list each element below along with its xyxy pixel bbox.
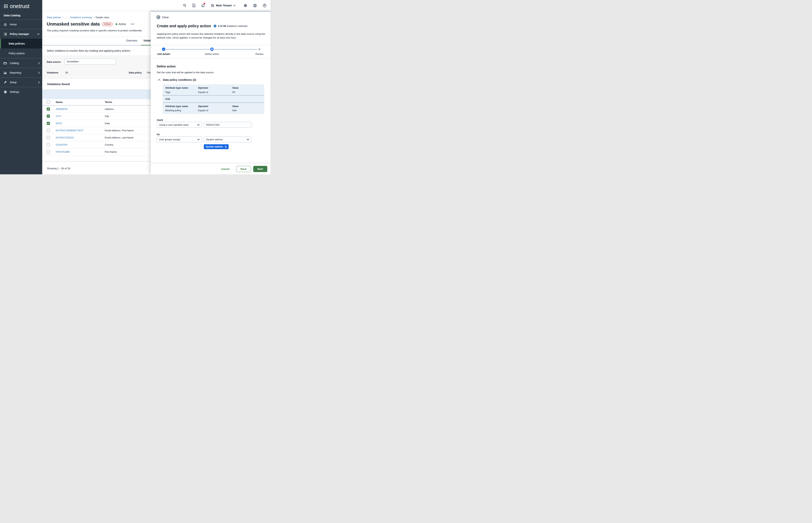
panel-description: Applying this policy action will resolve… — [157, 32, 269, 39]
selected-group-chip[interactable]: System admins — [204, 144, 229, 149]
help-icon[interactable] — [263, 4, 266, 7]
app-root: onetrust Data Catalog Home — [0, 0, 271, 174]
status-badge: Active — [116, 22, 126, 25]
cancel-button[interactable]: Cancel — [221, 167, 229, 170]
step-label-define-action: Define action — [204, 53, 220, 55]
row-checkbox[interactable] — [47, 114, 50, 118]
data-source-input[interactable]: Snowflake — [64, 59, 116, 65]
product-name: Data Catalog — [0, 14, 42, 17]
mask-method-value: Using a user inputted value — [159, 123, 189, 126]
top-bar: Main Tenant — [42, 0, 271, 11]
chevron-down-icon — [233, 5, 235, 6]
conditions-title: Data policy conditions (2) — [163, 78, 196, 82]
notifications-bell-icon[interactable] — [201, 4, 205, 7]
define-action-heading: Define action — [157, 65, 175, 68]
column-name-link[interactable]: EXTRACTEDBODYTEXT — [56, 129, 83, 132]
condition-col-value: Value — [232, 86, 239, 89]
column-terms-value: Date — [105, 122, 110, 125]
sidebar-item-settings[interactable]: Settings — [0, 87, 42, 96]
condition-attribute: Masking policy — [165, 109, 181, 112]
column-name-link[interactable]: FIRSTNAME — [56, 151, 70, 153]
column-header-terms[interactable]: Terms — [105, 101, 112, 104]
gear-icon — [3, 90, 7, 94]
breadcrumb-separator: › — [68, 16, 69, 19]
notification-badge — [204, 3, 205, 4]
for-group-dropdown[interactable]: System admins — [204, 137, 251, 142]
column-name-link[interactable]: ADDRESS — [56, 108, 68, 110]
condition-value: Null — [232, 109, 236, 112]
pagination-status: Showing 1 - 28 of 28 — [47, 167, 70, 170]
sidebar-item-policy-manager[interactable]: Policy manager — [0, 29, 42, 39]
select-all-checkbox[interactable] — [47, 100, 50, 104]
violations-found-title: Violations found — [47, 83, 70, 86]
close-drawer-icon — [156, 15, 160, 19]
more-menu-icon[interactable] — [130, 23, 135, 25]
gear-icon[interactable] — [243, 4, 247, 7]
chip-label: System admins — [206, 145, 223, 148]
sidebar-item-reporting[interactable]: Reporting — [0, 68, 42, 77]
row-checkbox[interactable] — [47, 136, 50, 139]
column-name-link[interactable]: CITY — [56, 115, 61, 118]
account-icon[interactable] — [253, 4, 257, 7]
tenant-name: Main Tenant — [216, 4, 232, 7]
panel-footer: Cancel Back Next — [151, 163, 271, 174]
onetrust-wordmark: onetrust — [10, 3, 29, 10]
breadcrumb-data-policies[interactable]: Data policies — [47, 16, 61, 19]
page-title: Unmasked sensitive data — [47, 21, 100, 27]
row-checkbox[interactable] — [47, 107, 50, 111]
wrench-icon — [3, 80, 7, 84]
column-header-name[interactable]: Name — [56, 101, 63, 104]
mask-method-dropdown[interactable]: Using a user inputted value — [157, 122, 202, 128]
breadcrumb-violations-summary[interactable]: Violations summary — [70, 16, 92, 19]
chevron-right-icon — [38, 62, 40, 65]
condition-col-attribute: Attribute type name — [165, 105, 188, 108]
sidebar-item-catalog[interactable]: Catalog — [0, 58, 42, 68]
home-icon — [3, 22, 7, 26]
data-policy-value: Per — [147, 71, 151, 74]
breadcrumb-separator: › — [62, 16, 63, 19]
step-upcoming-icon[interactable] — [259, 48, 260, 50]
sidebar-item-data-policies[interactable]: Data policies — [0, 39, 42, 49]
onetrust-logo-mark-icon — [4, 4, 8, 8]
selection-summary: 3 of 28 violations selected — [218, 24, 247, 28]
tenant-switcher[interactable]: Main Tenant — [210, 4, 235, 7]
close-label: Close — [162, 16, 169, 19]
row-checkbox[interactable] — [47, 129, 50, 132]
condition-connector: And — [165, 97, 170, 100]
back-button[interactable]: Back — [236, 166, 251, 172]
mask-value-input[interactable]: REDACTED — [204, 122, 251, 128]
sidebar-item-home[interactable]: Home — [0, 20, 42, 29]
step-done-icon[interactable] — [162, 48, 165, 51]
column-name-link[interactable]: DATE — [56, 122, 62, 125]
breadcrumb-ellipsis[interactable]: ... — [64, 16, 67, 19]
for-scope-dropdown[interactable]: User groups except — [157, 137, 202, 142]
condition-value: PII — [232, 91, 235, 93]
next-button[interactable]: Next — [253, 166, 267, 172]
mask-field-label: mask — [157, 119, 163, 121]
data-source-label: Data source — [47, 60, 61, 63]
folder-icon — [3, 61, 7, 65]
row-checkbox[interactable] — [47, 122, 50, 125]
row-checkbox[interactable] — [47, 143, 50, 146]
for-field-label: for — [157, 133, 160, 136]
sidebar-item-label: Data policies — [8, 42, 40, 45]
sidebar-item-policy-actions[interactable]: Policy actions — [0, 49, 42, 58]
stepper-connector — [214, 49, 257, 50]
close-button[interactable]: Close — [156, 15, 169, 19]
document-check-icon[interactable] — [192, 4, 195, 7]
condition-col-attribute: Attribute type name — [165, 86, 188, 89]
step-current-icon[interactable] — [210, 48, 214, 51]
search-icon[interactable] — [183, 4, 187, 7]
sidebar-nav: Home Policy manager Data pol — [0, 20, 42, 96]
row-checkbox[interactable] — [47, 150, 50, 154]
sidebar-item-setup[interactable]: Setup — [0, 77, 42, 87]
condition-operator: Equals to — [198, 109, 208, 112]
chevron-down-icon — [197, 124, 200, 126]
wizard-stepper: Add details Define action Review — [151, 45, 271, 58]
sidebar-item-label: Catalog — [10, 61, 36, 65]
column-name-link[interactable]: EXTRACTEDCC — [56, 137, 74, 139]
column-name-link[interactable]: COUNTRY — [56, 144, 68, 146]
tab-overview[interactable]: Overview — [126, 39, 137, 42]
sidebar-item-label: Setup — [10, 81, 36, 84]
conditions-collapse-toggle[interactable]: Data policy conditions (2) — [158, 78, 196, 82]
